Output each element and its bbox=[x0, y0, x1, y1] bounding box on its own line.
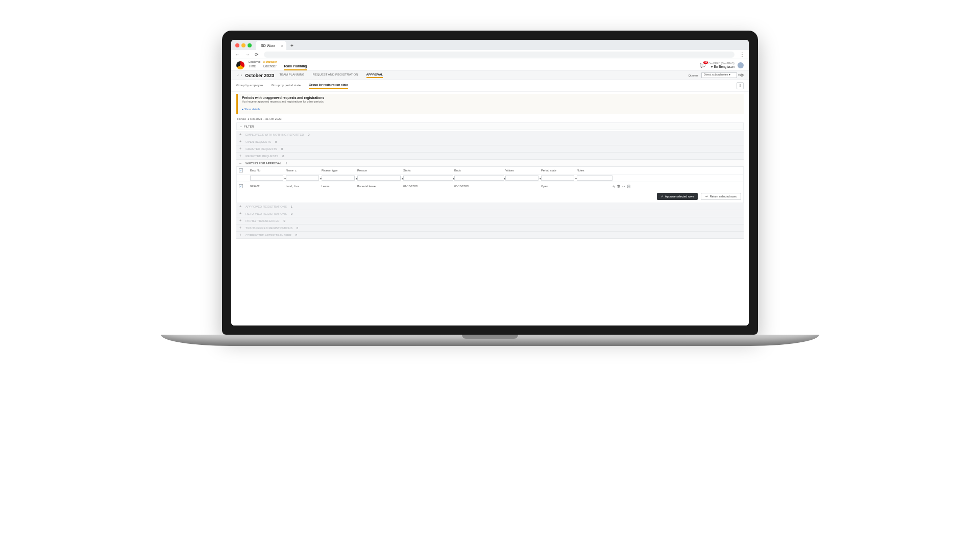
col-reason[interactable]: Reason bbox=[357, 169, 403, 172]
col-values[interactable]: Values bbox=[505, 169, 541, 172]
avatar[interactable] bbox=[738, 62, 744, 68]
browser-tab[interactable]: SD Worx × bbox=[256, 41, 286, 50]
sec-granted-requests[interactable]: +GRANTED REQUESTS0 bbox=[236, 145, 744, 153]
filter-name[interactable] bbox=[286, 176, 319, 181]
window-close-icon[interactable] bbox=[235, 43, 239, 47]
col-starts[interactable]: Starts bbox=[403, 169, 454, 172]
col-period-state[interactable]: Period state bbox=[541, 169, 577, 172]
nav-calendar[interactable]: Calendar bbox=[263, 64, 276, 70]
edit-icon[interactable]: ✎ bbox=[612, 185, 615, 188]
filter-emp-no[interactable] bbox=[250, 176, 283, 181]
current-month: October 2023 bbox=[245, 73, 274, 78]
sec-waiting-approval[interactable]: –WAITING FOR APPROVAL1 bbox=[236, 160, 744, 167]
tab-team-planning[interactable]: TEAM PLANNING bbox=[279, 73, 304, 78]
next-month-button[interactable]: › bbox=[240, 73, 243, 78]
period-label: Period bbox=[237, 117, 246, 120]
sec-rejected-requests[interactable]: +REJECTED REQUESTS0 bbox=[236, 153, 744, 160]
back-icon[interactable]: ← bbox=[235, 52, 240, 57]
browser-menu-icon[interactable]: ⋮ bbox=[740, 52, 745, 57]
address-bar[interactable] bbox=[264, 52, 734, 58]
col-emp-no[interactable]: Emp No bbox=[250, 169, 286, 172]
nav-time[interactable]: Time bbox=[249, 64, 256, 70]
col-name[interactable]: Name▲ bbox=[286, 169, 322, 172]
alert-show-details[interactable]: ▸ Show details bbox=[242, 108, 260, 111]
sec-open-requests[interactable]: +OPEN REQUESTS0 bbox=[236, 138, 744, 145]
table-row: 999402 Lund, Lisa Leave Parental leave 0… bbox=[237, 182, 743, 190]
alert-subtitle: You have unapproved requests and registr… bbox=[242, 100, 740, 103]
notification-badge: 99 bbox=[703, 61, 708, 64]
role-manager[interactable]: Manager bbox=[265, 60, 277, 63]
sec-approved-registrations[interactable]: +APPROVED REGISTRATIONS1 bbox=[236, 203, 744, 210]
help-link[interactable]: Help bbox=[738, 73, 744, 77]
approve-selected-button[interactable]: ✓ Approve selected rows bbox=[657, 193, 698, 200]
col-ends[interactable]: Ends bbox=[454, 169, 505, 172]
sec-nothing-reported[interactable]: +EMPLOYEES WITH NOTHING REPORTED0 bbox=[236, 131, 744, 138]
col-reason-type[interactable]: Reason type bbox=[322, 169, 357, 172]
cell-reason-type: Leave bbox=[322, 185, 357, 188]
sec-corrected-after-transfer[interactable]: +CORRECTED AFTER TRANSFER0 bbox=[236, 232, 744, 239]
col-notes[interactable]: Notes bbox=[577, 169, 612, 172]
window-minimize-icon[interactable] bbox=[241, 43, 246, 47]
notifications-icon[interactable]: 💬99 bbox=[700, 63, 705, 68]
user-name[interactable]: Bo Bengtsson bbox=[714, 65, 734, 68]
filter-reason[interactable] bbox=[357, 176, 401, 181]
export-icon[interactable]: ⇩ bbox=[737, 82, 744, 89]
forward-icon[interactable]: → bbox=[245, 52, 250, 57]
filter-reason-type[interactable] bbox=[322, 176, 355, 181]
reload-icon[interactable]: ⟳ bbox=[255, 52, 259, 57]
filter-starts[interactable] bbox=[403, 176, 453, 181]
new-tab-button[interactable]: + bbox=[290, 43, 293, 48]
cell-emp-no: 999402 bbox=[250, 185, 286, 188]
tab-title: SD Worx bbox=[261, 44, 275, 47]
role-employee[interactable]: Employee bbox=[249, 60, 261, 63]
tab-approval[interactable]: APPROVAL bbox=[366, 73, 383, 78]
alert-title: Periods with unapproved requests and reg… bbox=[242, 96, 740, 99]
filter-notes[interactable] bbox=[577, 176, 612, 181]
group-by-employee[interactable]: Group by employee bbox=[236, 84, 263, 88]
sec-partly-transferred[interactable]: +PARTLY TRANSFERRED0 bbox=[236, 217, 744, 224]
queries-label: Queries bbox=[689, 74, 698, 77]
queries-select[interactable]: Direct subordinates ▾ bbox=[701, 72, 737, 78]
cell-period-state: Open bbox=[541, 185, 577, 188]
filter-values[interactable] bbox=[505, 176, 538, 181]
filter-period-state[interactable] bbox=[541, 176, 574, 181]
close-tab-icon[interactable]: × bbox=[281, 43, 283, 48]
prev-month-button[interactable]: ‹ bbox=[236, 73, 240, 78]
select-all-checkbox[interactable] bbox=[239, 168, 243, 172]
row-checkbox[interactable] bbox=[239, 184, 243, 188]
filter-toggle[interactable]: –FILTER bbox=[236, 122, 744, 130]
cell-reason: Parental leave bbox=[357, 185, 403, 188]
window-maximize-icon[interactable] bbox=[248, 43, 252, 47]
cell-name: Lund, Lisa bbox=[286, 185, 322, 188]
return-selected-button[interactable]: ↩ Return selected rows bbox=[701, 193, 741, 200]
delete-icon[interactable]: 🗑 bbox=[617, 185, 620, 188]
unapproved-alert: Periods with unapproved requests and reg… bbox=[236, 94, 744, 114]
group-by-period-state[interactable]: Group by period state bbox=[271, 84, 301, 88]
return-icon[interactable]: ↩ bbox=[622, 185, 625, 188]
cell-ends: 06/10/2023 bbox=[454, 185, 505, 188]
tab-request-registration[interactable]: REQUEST AND REGISTRATION bbox=[312, 73, 358, 78]
sec-transferred-registrations[interactable]: +TRANSFERRED REGISTRATIONS0 bbox=[236, 224, 744, 232]
cell-starts: 03/10/2023 bbox=[403, 185, 454, 188]
nav-team-planning[interactable]: Team Planning bbox=[284, 64, 307, 70]
sec-returned-registrations[interactable]: +RETURNED REGISTRATIONS0 bbox=[236, 210, 744, 217]
brand-logo bbox=[236, 61, 244, 69]
filter-ends[interactable] bbox=[454, 176, 504, 181]
period-range: 1 Oct 2023 – 31 Oct 2023 bbox=[248, 117, 281, 120]
comment-icon[interactable]: 💬 bbox=[627, 185, 630, 188]
group-by-registration-state[interactable]: Group by registration state bbox=[309, 83, 348, 89]
